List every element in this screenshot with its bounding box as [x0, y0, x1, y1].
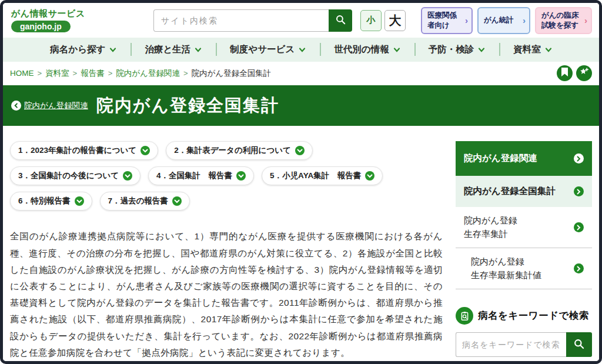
font-size-controls: 小 大 [360, 10, 406, 31]
banner-back-label: 院内がん登録関連 [24, 101, 88, 111]
sidebar-item-label: 院内がん登録全国集計 [464, 185, 556, 198]
nav-item-reference-room[interactable]: 資料室 [499, 41, 566, 58]
page-title: 院内がん登録全国集計 [96, 94, 279, 118]
pill-label: 5．小児AYA集計 報告書 [270, 171, 361, 181]
nav-label: 資料室 [513, 44, 541, 56]
add-favorite-button[interactable] [576, 65, 592, 81]
chevron-down-icon [545, 44, 552, 55]
nav-item-prevention-screening[interactable]: 予防・検診 [414, 41, 500, 58]
chevron-left-circle-icon [11, 101, 21, 111]
disease-search-icon [456, 307, 473, 325]
bookmark-icon [561, 68, 568, 79]
chevron-right-icon: › [523, 15, 526, 26]
nav-label: 病名から探す [50, 44, 105, 56]
pill-label: 1．2023年集計の報告書について [18, 145, 136, 156]
circle-chevron-right-icon [574, 222, 584, 232]
site-search-button[interactable] [329, 9, 352, 32]
window-frame: がん情報サービス ganjoho.jp 小 大 医療関係者向け › [0, 0, 602, 364]
sidebar-item-survival-tabulation[interactable]: 院内がん登録 生存率集計 [456, 207, 592, 248]
quick-link-label: がん統計 [484, 15, 521, 25]
cancer-statistics-button[interactable]: がん統計 › [477, 7, 530, 34]
pill-future-plans[interactable]: 3．全国集計の今後について [10, 166, 141, 185]
intro-paragraph: 全国のがん診療連携拠点病院等において、1）専門的ながん医療を提供する医療機関にお… [10, 228, 443, 361]
page-banner: 院内がん登録関連 院内がん登録全国集計 [3, 85, 599, 126]
banner-back-link[interactable]: 院内がん登録関連 [11, 101, 88, 111]
keyword-search-title: 病名をキーワードで検索 [478, 309, 589, 322]
pill-child-aya-report[interactable]: 5．小児AYA集計 報告書 [262, 166, 383, 185]
breadcrumb-link-hospital-registry[interactable]: 院内がん登録関連 [116, 68, 180, 79]
chevron-right-icon: › [465, 15, 468, 26]
page-actions [557, 65, 592, 81]
sidebar-item-hospital-registry[interactable]: 院内がん登録関連 [456, 141, 592, 176]
breadcrumb-link-home[interactable]: HOME [10, 69, 34, 78]
circle-chevron-right-icon [574, 153, 584, 163]
circle-chevron-down-icon [75, 196, 84, 206]
sidebar-item-survival-latest-values[interactable]: 院内がん登録 生存率最新集計値 [456, 248, 592, 289]
breadcrumb-separator: > [73, 69, 78, 78]
font-size-small-button[interactable]: 小 [360, 10, 382, 31]
circle-chevron-down-icon [365, 171, 374, 181]
chevron-down-icon [109, 44, 116, 55]
pill-label: 2．集計表データの利用について [174, 145, 291, 156]
content: 1．2023年集計の報告書について 2．集計表データの利用について 3．全国集計… [3, 126, 599, 361]
site-search [153, 9, 352, 32]
chevron-down-icon [393, 44, 400, 55]
quick-link-label: 医療関係者向け [427, 11, 463, 30]
sidebar-item-label: 院内がん登録関連 [464, 152, 537, 165]
search-icon [335, 14, 346, 27]
breadcrumb-separator: > [183, 69, 188, 78]
keyword-search-heading: 病名をキーワードで検索 [456, 307, 592, 325]
pill-data-usage[interactable]: 2．集計表データの利用について [166, 141, 313, 160]
chevron-down-icon [478, 44, 485, 55]
circle-chevron-down-icon [141, 146, 150, 155]
pill-label: 6．特別報告書 [18, 196, 71, 206]
logo-domain-badge: ganjoho.jp [11, 21, 71, 32]
breadcrumb-link-reference-room[interactable]: 資料室 [45, 68, 69, 79]
circle-chevron-down-icon [295, 146, 305, 155]
clinical-trials-button[interactable]: がんの臨床試験を探す › [535, 7, 592, 34]
nav-label: 世代別の情報 [334, 44, 389, 56]
nav-item-treatment-life[interactable]: 治療と生活 [131, 41, 216, 58]
chevron-down-icon [299, 44, 306, 55]
breadcrumb-current: 院内がん登録全国集計 [192, 68, 272, 79]
nav-label: 治療と生活 [145, 44, 190, 56]
breadcrumb-separator: > [108, 69, 113, 78]
sidebar-item-national-tabulation[interactable]: 院内がん登録全国集計 [456, 176, 592, 207]
chevron-down-icon [195, 44, 202, 55]
global-nav: 病名から探す 治療と生活 制度やサービス 世代別の情報 予防・検診 資料室 [3, 38, 599, 62]
quick-link-label: がんの臨床試験を探す [541, 11, 583, 30]
font-size-large-button[interactable]: 大 [384, 10, 406, 31]
site-header: がん情報サービス ganjoho.jp 小 大 医療関係者向け › [3, 3, 599, 38]
keyword-search-box [456, 332, 592, 357]
breadcrumb-link-reports[interactable]: 報告書 [81, 68, 105, 79]
sidebar-item-label: 院内がん登録 生存率最新集計値 [471, 255, 541, 282]
pill-label: 3．全国集計の今後について [18, 171, 119, 181]
chevron-right-icon: › [584, 15, 587, 26]
pill-label: 7．過去の報告書 [108, 196, 168, 206]
circle-chevron-down-icon [172, 196, 182, 206]
disease-search-input[interactable] [456, 332, 566, 357]
pill-special-report[interactable]: 6．特別報告書 [10, 192, 92, 211]
breadcrumb-separator: > [38, 69, 42, 78]
nav-item-info-by-generation[interactable]: 世代別の情報 [320, 41, 414, 58]
nav-label: 制度やサービス [230, 44, 295, 56]
header-quick-links: 医療関係者向け › がん統計 › がんの臨床試験を探す › [421, 7, 592, 34]
logo-title: がん情報サービス [11, 8, 85, 19]
search-icon [573, 338, 585, 352]
pill-past-reports[interactable]: 7．過去の報告書 [100, 192, 190, 211]
nav-label: 予防・検診 [429, 44, 474, 56]
nav-item-systems-services[interactable]: 制度やサービス [216, 41, 320, 58]
circle-chevron-right-icon [574, 186, 584, 196]
pill-national-report[interactable]: 4．全国集計 報告書 [148, 166, 254, 185]
site-logo[interactable]: がん情報サービス ganjoho.jp [11, 8, 85, 32]
breadcrumb: HOME > 資料室 > 報告書 > 院内がん登録関連 > 院内がん登録全国集計 [10, 68, 271, 79]
disease-search-button[interactable] [566, 332, 592, 357]
sidebar-item-label: 院内がん登録 生存率集計 [464, 214, 517, 241]
bookmark-button[interactable] [557, 65, 573, 81]
nav-item-find-by-disease[interactable]: 病名から探す [36, 41, 131, 58]
pill-report-2023[interactable]: 1．2023年集計の報告書について [10, 141, 158, 160]
site-search-input[interactable] [153, 9, 329, 32]
circle-chevron-down-icon [123, 171, 132, 181]
medical-professionals-button[interactable]: 医療関係者向け › [421, 7, 473, 34]
sidebar: 院内がん登録関連 院内がん登録全国集計 院内がん登録 生存率集計 [456, 141, 592, 361]
